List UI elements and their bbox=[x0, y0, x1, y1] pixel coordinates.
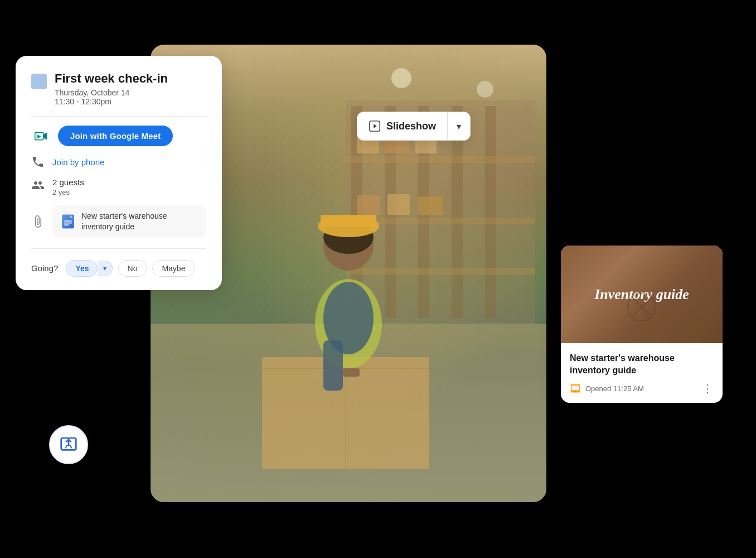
attachment-card[interactable]: New starter's warehouse inventory guide bbox=[52, 205, 206, 237]
going-yes-dropdown[interactable]: ▾ bbox=[98, 261, 113, 276]
google-slides-icon bbox=[570, 383, 581, 394]
svg-rect-36 bbox=[64, 222, 72, 223]
slideshow-main[interactable]: Slideshow bbox=[357, 112, 448, 140]
going-yes-button[interactable]: Yes bbox=[66, 260, 97, 277]
document-card-header: Inventory guide bbox=[561, 246, 723, 343]
calendar-date: Thursday, October 14 bbox=[55, 88, 168, 97]
svg-rect-13 bbox=[357, 195, 380, 215]
document-meta: Opened 11:25 AM ⋮ bbox=[570, 382, 714, 395]
going-no-button[interactable]: No bbox=[118, 260, 147, 277]
chevron-down-icon: ▾ bbox=[457, 122, 461, 131]
meet-section: ▶ Join with Google Meet bbox=[31, 126, 206, 146]
svg-rect-37 bbox=[64, 224, 69, 225]
svg-rect-46 bbox=[573, 392, 578, 392]
calendar-time: 11:30 - 12:30pm bbox=[55, 97, 168, 106]
join-meet-button[interactable]: Join with Google Meet bbox=[58, 126, 173, 146]
slideshow-button[interactable]: Slideshow ▾ bbox=[357, 112, 471, 141]
svg-rect-6 bbox=[485, 106, 496, 318]
svg-marker-39 bbox=[374, 124, 377, 128]
guests-count: 2 guests bbox=[52, 177, 84, 187]
guests-yes: 2 yes bbox=[52, 188, 84, 196]
svg-rect-28 bbox=[343, 368, 360, 377]
going-maybe-button[interactable]: Maybe bbox=[152, 260, 195, 277]
three-dots-button[interactable]: ⋮ bbox=[702, 382, 714, 395]
svg-rect-35 bbox=[64, 220, 72, 222]
svg-text:▶: ▶ bbox=[37, 134, 41, 139]
svg-point-16 bbox=[391, 68, 411, 88]
document-card-body: New starter's warehouse inventory guide … bbox=[561, 343, 723, 403]
calendar-title: First week check-in bbox=[55, 71, 168, 86]
svg-rect-26 bbox=[321, 215, 376, 227]
google-docs-icon bbox=[60, 214, 76, 229]
svg-rect-27 bbox=[323, 340, 343, 391]
phone-section: Join by phone bbox=[31, 155, 206, 169]
document-card: Inventory guide New starter's warehouse … bbox=[561, 246, 723, 403]
join-phone-link[interactable]: Join by phone bbox=[52, 157, 104, 167]
svg-rect-7 bbox=[346, 156, 535, 163]
svg-point-17 bbox=[477, 81, 493, 98]
slideshow-dropdown-button[interactable]: ▾ bbox=[448, 113, 470, 140]
calendar-card: First week check-in Thursday, October 14… bbox=[16, 56, 222, 290]
divider-2 bbox=[31, 248, 206, 249]
upload-button[interactable] bbox=[49, 425, 88, 464]
upload-icon bbox=[60, 436, 77, 454]
calendar-header: First week check-in Thursday, October 14… bbox=[31, 71, 206, 106]
guests-section: 2 guests 2 yes bbox=[31, 177, 206, 196]
phone-icon bbox=[31, 155, 45, 169]
attachment-name: New starter's warehouse inventory guide bbox=[81, 211, 198, 231]
svg-rect-15 bbox=[418, 196, 443, 215]
attachment-section: New starter's warehouse inventory guide bbox=[31, 205, 206, 237]
document-opened: Opened 11:25 AM bbox=[585, 384, 644, 393]
attachment-clip-icon bbox=[31, 215, 45, 228]
svg-rect-44 bbox=[571, 386, 579, 390]
document-title: New starter's warehouse inventory guide bbox=[570, 352, 714, 376]
slideshow-label: Slideshow bbox=[386, 121, 436, 132]
svg-rect-9 bbox=[346, 268, 535, 275]
svg-rect-14 bbox=[387, 194, 410, 215]
play-icon bbox=[369, 120, 381, 132]
going-section: Going? Yes ▾ No Maybe bbox=[31, 258, 206, 277]
calendar-color-block bbox=[31, 74, 47, 89]
going-label: Going? bbox=[31, 263, 58, 273]
guests-icon bbox=[31, 179, 45, 192]
google-meet-icon: ▶ bbox=[31, 126, 51, 146]
divider-1 bbox=[31, 116, 206, 117]
document-meta-left: Opened 11:25 AM bbox=[570, 383, 644, 394]
